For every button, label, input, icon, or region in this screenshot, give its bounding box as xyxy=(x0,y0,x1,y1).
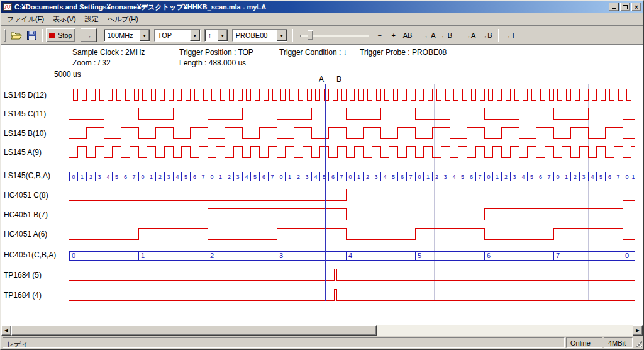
toolbar: Stop → 100MHz ▼ TOP ▼ ↑ ▼ PROBE00 ▼ − + xyxy=(1,26,643,45)
dropdown-arrow-icon[interactable]: ▼ xyxy=(218,30,228,41)
zoom-out-button[interactable]: − xyxy=(373,28,387,42)
zoom-in-button[interactable]: + xyxy=(387,28,401,42)
status-ready: レディ xyxy=(3,337,565,348)
waveform-area xyxy=(1,45,643,325)
menu-item-help[interactable]: ヘルプ(H) xyxy=(103,13,143,26)
open-file-button[interactable] xyxy=(8,28,25,42)
goto-marker-b-left-button[interactable]: ←B xyxy=(438,28,455,42)
goto-marker-b-right-button[interactable]: →B xyxy=(478,28,494,42)
maximize-icon xyxy=(623,5,628,9)
toolbar-grip[interactable] xyxy=(4,29,6,42)
run-icon: → xyxy=(85,31,92,39)
scroll-left-button[interactable]: ◀ xyxy=(1,325,11,336)
dropdown-arrow-icon[interactable]: ▼ xyxy=(277,30,287,41)
stop-button[interactable]: Stop xyxy=(46,28,75,42)
menu-item-view[interactable]: 表示(V) xyxy=(48,13,80,26)
slider-handle[interactable] xyxy=(308,30,313,40)
save-icon xyxy=(27,31,36,40)
scrollbar-thumb[interactable] xyxy=(11,325,377,336)
scrollbar-track[interactable] xyxy=(11,325,633,336)
dropdown-arrow-icon[interactable]: ▼ xyxy=(140,30,150,41)
trigger-probe-select[interactable]: PROBE00 ▼ xyxy=(232,29,287,42)
run-button[interactable]: → xyxy=(80,28,97,42)
scroll-left-icon: ◀ xyxy=(4,328,8,333)
status-online: Online xyxy=(566,337,602,348)
trigger-edge-value: ↑ xyxy=(205,30,218,41)
menubar: ファイル(F) 表示(V) 設定 ヘルプ(H) xyxy=(1,13,643,25)
statusbar: レディ Online 4MBit xyxy=(1,336,643,349)
trigger-position-select[interactable]: TOP ▼ xyxy=(154,29,201,42)
close-icon: × xyxy=(635,4,638,11)
maximize-button[interactable] xyxy=(620,3,630,11)
resize-grip[interactable] xyxy=(634,339,642,347)
goto-marker-a-right-button[interactable]: →A xyxy=(462,28,478,42)
menu-item-settings[interactable]: 設定 xyxy=(80,13,103,26)
trigger-position-value: TOP xyxy=(155,30,190,41)
toolbar-separator xyxy=(42,29,43,42)
folder-icon xyxy=(11,31,22,40)
stop-label: Stop xyxy=(58,31,72,39)
app-window: C:¥Documents and Settings¥noname¥デスクトップ¥… xyxy=(0,0,644,350)
dropdown-arrow-icon[interactable]: ▼ xyxy=(190,30,200,41)
clock-rate-value: 100MHz xyxy=(104,30,140,41)
toolbar-separator xyxy=(458,29,458,42)
close-button[interactable]: × xyxy=(631,3,641,11)
ab-range-button[interactable]: AB xyxy=(401,28,415,42)
zoom-slider[interactable] xyxy=(300,28,369,42)
trigger-edge-select[interactable]: ↑ ▼ xyxy=(204,29,228,42)
status-memory: 4MBit xyxy=(604,337,633,348)
stop-icon xyxy=(49,33,55,38)
trigger-probe-value: PROBE00 xyxy=(233,30,277,41)
toolbar-separator xyxy=(292,29,293,42)
save-file-button[interactable] xyxy=(25,28,39,42)
window-title: C:¥Documents and Settings¥noname¥デスクトップ¥… xyxy=(14,3,608,12)
goto-marker-a-left-button[interactable]: ←A xyxy=(421,28,438,42)
clock-rate-select[interactable]: 100MHz ▼ xyxy=(104,29,150,42)
toolbar-separator xyxy=(498,29,499,42)
minimize-button[interactable] xyxy=(609,3,619,11)
horizontal-scrollbar: ◀ ▶ xyxy=(1,325,643,336)
minimize-icon xyxy=(612,8,616,9)
menu-item-file[interactable]: ファイル(F) xyxy=(3,13,48,26)
titlebar: C:¥Documents and Settings¥noname¥デスクトップ¥… xyxy=(1,1,643,13)
scroll-right-icon: ▶ xyxy=(636,328,639,333)
scroll-right-button[interactable]: ▶ xyxy=(633,325,643,336)
toolbar-separator xyxy=(418,29,418,42)
goto-trigger-button[interactable]: →T xyxy=(502,28,518,42)
app-icon xyxy=(3,3,12,11)
